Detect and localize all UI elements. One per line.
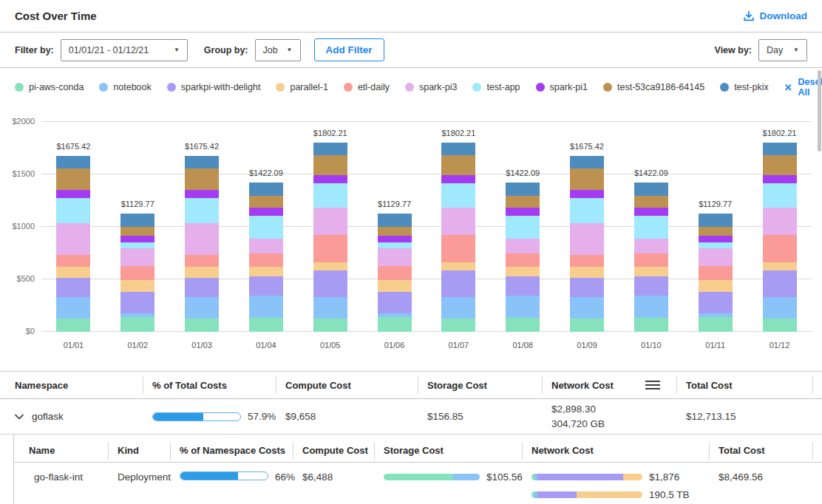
bar-segment-parallel-1[interactable] [56,267,90,278]
stacked-bar-01/03[interactable]: $1675.4201/03 [185,156,219,332]
bar-segment-notebook[interactable] [249,296,283,318]
bar-segment-sparkpi-with-delight[interactable] [634,276,668,296]
bar-segment-test-53ca9186-64145[interactable] [56,168,90,190]
bar-segment-pi-aws-conda[interactable] [506,318,540,332]
bar-segment-parallel-1[interactable] [378,280,412,293]
bar-segment-test-53ca9186-64145[interactable] [378,227,412,236]
scrollbar-thumb[interactable] [818,70,821,151]
bar-segment-test-pkix[interactable] [506,183,540,196]
stacked-bar-01/11[interactable]: $1129.7701/11 [699,214,733,332]
stacked-bar-01/09[interactable]: $1675.4201/09 [570,156,604,332]
bar-segment-notebook[interactable] [763,297,797,319]
col-network-cost[interactable]: Network Cost [542,372,676,398]
bar-segment-sparkpi-with-delight[interactable] [56,278,90,297]
bar-segment-test-pkix[interactable] [120,214,154,228]
stacked-bar-01/05[interactable]: $1802.2101/05 [313,143,347,332]
bar-segment-etl-daily[interactable] [441,235,475,262]
bar-segment-test-pkix[interactable] [699,214,733,228]
legend-item-test-53ca9186-64145[interactable]: test-53ca9186-64145 [603,82,704,92]
bar-segment-spark-pi1[interactable] [506,208,540,216]
stacked-bar-01/01[interactable]: $1675.4201/01 [56,156,90,332]
bar-segment-test-app[interactable] [313,183,347,208]
bar-segment-spark-pi1[interactable] [441,175,475,183]
col-percent-namespace[interactable]: % of Namespace Costs [170,439,293,462]
col-name[interactable]: Name [14,439,108,462]
bar-segment-spark-pi3[interactable] [441,208,475,235]
group-by-select[interactable]: Job ▼ [255,39,301,61]
bar-segment-spark-pi3[interactable] [699,248,733,266]
bar-segment-etl-daily[interactable] [506,253,540,267]
download-button[interactable]: Download [743,10,808,22]
bar-segment-notebook[interactable] [506,296,540,318]
bar-segment-test-app[interactable] [763,183,797,208]
bar-segment-etl-daily[interactable] [378,266,412,280]
bar-segment-pi-aws-conda[interactable] [570,319,604,332]
bar-segment-test-53ca9186-64145[interactable] [249,196,283,208]
bar-segment-pi-aws-conda[interactable] [378,317,412,332]
bar-segment-spark-pi1[interactable] [378,236,412,242]
bar-segment-test-53ca9186-64145[interactable] [570,168,604,190]
bar-segment-test-53ca9186-64145[interactable] [185,168,219,190]
bar-segment-spark-pi1[interactable] [249,208,283,216]
bar-segment-notebook[interactable] [313,297,347,319]
bar-segment-spark-pi3[interactable] [120,248,154,266]
bar-segment-etl-daily[interactable] [313,235,347,262]
bar-segment-parallel-1[interactable] [570,267,604,278]
bar-segment-spark-pi3[interactable] [249,239,283,253]
bar-segment-sparkpi-with-delight[interactable] [763,270,797,297]
col-compute-cost[interactable]: Compute Cost [293,439,374,462]
bar-segment-test-app[interactable] [120,242,154,248]
bar-segment-test-pkix[interactable] [763,143,797,155]
bar-segment-test-app[interactable] [570,198,604,224]
view-by-select[interactable]: Day ▼ [758,39,807,61]
col-namespace[interactable]: Namespace [0,372,143,398]
bar-segment-spark-pi3[interactable] [570,223,604,255]
date-range-select[interactable]: 01/01/21 - 01/12/21 ▼ [61,39,188,61]
bar-segment-notebook[interactable] [634,296,668,318]
bar-segment-etl-daily[interactable] [634,253,668,267]
bar-segment-test-app[interactable] [634,216,668,239]
namespace-cell[interactable]: goflask [0,399,143,434]
bar-segment-spark-pi1[interactable] [699,236,733,242]
bar-segment-parallel-1[interactable] [699,280,733,293]
bar-segment-parallel-1[interactable] [634,267,668,276]
bar-segment-notebook[interactable] [441,297,475,319]
bar-segment-parallel-1[interactable] [185,267,219,278]
bar-segment-parallel-1[interactable] [441,262,475,271]
bar-segment-pi-aws-conda[interactable] [699,317,733,332]
bar-segment-test-pkix[interactable] [249,183,283,196]
bar-segment-etl-daily[interactable] [249,253,283,267]
bar-segment-etl-daily[interactable] [763,235,797,262]
bar-segment-test-app[interactable] [56,198,90,224]
bar-segment-etl-daily[interactable] [699,266,733,280]
legend-item-parallel-1[interactable]: parallel-1 [276,82,327,92]
col-total-cost[interactable]: Total Cost [676,372,822,398]
bar-segment-pi-aws-conda[interactable] [249,318,283,332]
bar-segment-etl-daily[interactable] [56,255,90,267]
stacked-bar-01/04[interactable]: $1422.0901/04 [249,183,283,332]
bar-segment-sparkpi-with-delight[interactable] [699,292,733,313]
bar-segment-notebook[interactable] [56,297,90,319]
bar-segment-pi-aws-conda[interactable] [313,319,347,332]
bar-segment-parallel-1[interactable] [249,267,283,276]
bar-segment-test-app[interactable] [441,183,475,208]
bar-segment-test-53ca9186-64145[interactable] [763,155,797,175]
bar-segment-test-app[interactable] [378,242,412,248]
stacked-bar-01/10[interactable]: $1422.0901/10 [634,183,668,332]
bar-segment-spark-pi3[interactable] [56,223,90,255]
bar-segment-pi-aws-conda[interactable] [441,319,475,332]
bar-segment-spark-pi3[interactable] [506,239,540,253]
menu-icon[interactable] [645,378,660,392]
bar-segment-spark-pi3[interactable] [185,223,219,255]
stacked-bar-01/06[interactable]: $1129.7701/06 [378,214,412,332]
bar-segment-test-pkix[interactable] [441,143,475,155]
bar-segment-test-53ca9186-64145[interactable] [313,155,347,175]
bar-segment-parallel-1[interactable] [763,262,797,271]
bar-segment-test-app[interactable] [506,216,540,239]
legend-item-test-pkix[interactable]: test-pkix [720,82,769,92]
bar-segment-pi-aws-conda[interactable] [185,319,219,332]
bar-segment-parallel-1[interactable] [506,267,540,276]
bar-segment-test-pkix[interactable] [313,143,347,155]
bar-segment-pi-aws-conda[interactable] [763,319,797,332]
bar-segment-parallel-1[interactable] [120,280,154,293]
